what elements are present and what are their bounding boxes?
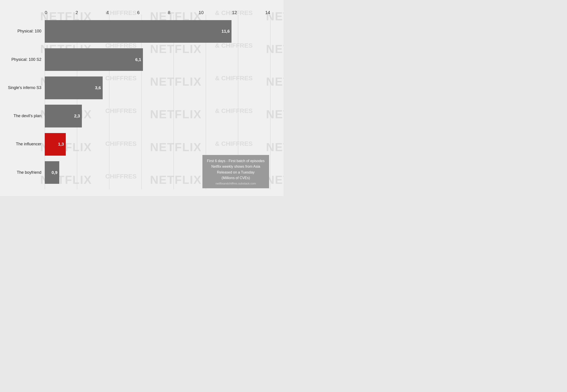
bar: 2,3 — [45, 105, 82, 127]
legend-box: First 6 days - First batch of episodes N… — [202, 155, 269, 188]
y-labels: Physical: 100Physical: 100 S2Single's in… — [0, 14, 44, 189]
legend-line3: Released on a Tuesday — [207, 169, 265, 175]
bar-row: 3,6 — [45, 76, 270, 99]
bar-value: 11,6 — [221, 29, 230, 34]
bar: 6,1 — [45, 48, 143, 71]
y-label: Single's inferno S3 — [8, 85, 41, 90]
grid-line — [270, 14, 270, 189]
bar: 3,6 — [45, 76, 103, 99]
bar: 1,3 — [45, 133, 66, 156]
legend-line2: Netflix weekly shows from Asia — [207, 164, 265, 169]
y-label: Physical: 100 S2 — [11, 57, 41, 62]
y-label: Physical: 100 — [17, 29, 41, 34]
bar-value: 0,9 — [51, 170, 57, 175]
y-label: The influencer — [16, 142, 41, 147]
bar-value: 3,6 — [95, 85, 101, 90]
bar-row: 2,3 — [45, 105, 270, 127]
legend-line1: First 6 days - First batch of episodes — [207, 158, 265, 164]
bar-row: 6,1 — [45, 48, 270, 71]
bar: 0,9 — [45, 161, 59, 184]
y-label: The devil's plan — [14, 113, 41, 119]
legend-source: netflixandchiffres.substack.com — [207, 182, 265, 185]
bar-row: 11,6 — [45, 20, 270, 43]
bar-row: 1,3 — [45, 133, 270, 156]
chart-container: NETFLIX CHIFFRES NETFLIX & CHIFFRES NETF… — [0, 0, 284, 196]
bar-value: 1,3 — [58, 142, 64, 147]
bar-value: 2,3 — [74, 114, 80, 119]
legend-line4: (Millions of CVEs) — [207, 175, 265, 181]
y-label: The boyfriend — [17, 170, 41, 175]
bar: 11,6 — [45, 20, 231, 43]
bar-value: 6,1 — [135, 57, 141, 62]
